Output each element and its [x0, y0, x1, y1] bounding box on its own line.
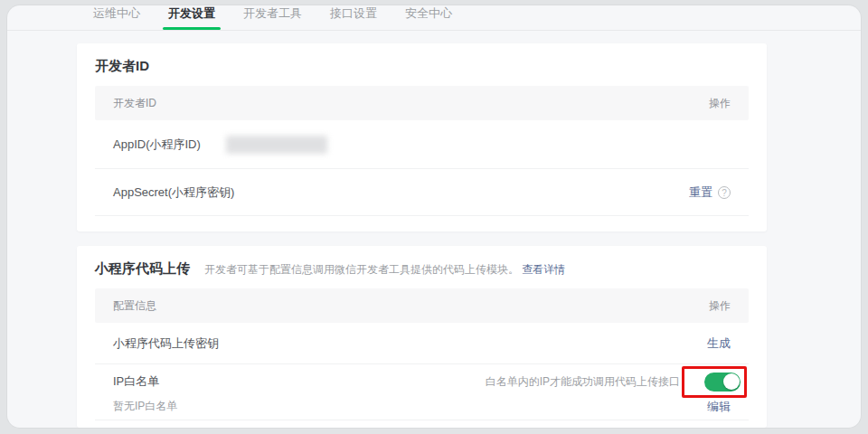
developer-id-title: 开发者ID: [95, 58, 149, 75]
header-config-info: 配置信息: [113, 298, 156, 314]
code-upload-description: 开发者可基于配置信息调用微信开发者工具提供的代码上传模块。 查看详情: [204, 262, 565, 278]
header-action: 操作: [709, 96, 731, 111]
upload-key-label: 小程序代码上传密钥: [113, 335, 219, 352]
annotation-highlight-box: [682, 366, 747, 398]
generate-link[interactable]: 生成: [707, 335, 731, 352]
view-details-link[interactable]: 查看详情: [522, 263, 565, 276]
code-upload-description-text: 开发者可基于配置信息调用微信开发者工具提供的代码上传模块。: [204, 263, 519, 276]
reset-link[interactable]: 重置: [689, 184, 712, 201]
tab-development-settings[interactable]: 开发设置: [161, 5, 222, 30]
appid-label: AppID(小程序ID): [113, 137, 201, 153]
edit-link[interactable]: 编辑: [707, 399, 731, 415]
help-icon[interactable]: ?: [718, 186, 731, 199]
code-upload-title: 小程序代码上传: [95, 260, 190, 278]
toggle-knob: [723, 373, 740, 390]
code-upload-card: 小程序代码上传 开发者可基于配置信息调用微信开发者工具提供的代码上传模块。 查看…: [77, 246, 767, 428]
top-nav: 运维中心 开发设置 开发者工具 接口设置 安全中心: [7, 5, 861, 31]
upload-key-row: 小程序代码上传密钥 生成: [95, 323, 749, 364]
tab-api-settings[interactable]: 接口设置: [323, 5, 384, 30]
appid-value-redacted: [226, 136, 327, 154]
appsecret-row: AppSecret(小程序密钥) 重置 ?: [95, 169, 749, 216]
tab-security-center[interactable]: 安全中心: [398, 5, 459, 30]
ip-whitelist-empty-row: 暂无IP白名单 编辑: [95, 399, 749, 420]
header-developer-id: 开发者ID: [113, 96, 156, 111]
settings-panel: 运维中心 开发设置 开发者工具 接口设置 安全中心 开发者ID 开发者ID 操作…: [7, 5, 861, 428]
tab-operations-center[interactable]: 运维中心: [86, 5, 147, 30]
developer-id-table-header: 开发者ID 操作: [95, 86, 749, 120]
ip-whitelist-row: IP白名单 白名单内的IP才能成功调用代码上传接口: [95, 364, 749, 399]
developer-id-card: 开发者ID 开发者ID 操作 AppID(小程序ID) AppSecret(小程…: [77, 43, 767, 231]
header-action-2: 操作: [709, 298, 731, 314]
ip-whitelist-label: IP白名单: [113, 373, 159, 390]
ip-whitelist-empty-text: 暂无IP白名单: [113, 399, 177, 414]
ip-whitelist-toggle[interactable]: [704, 373, 741, 392]
tab-developer-tools[interactable]: 开发者工具: [236, 5, 309, 30]
appid-row: AppID(小程序ID): [95, 120, 749, 169]
appsecret-label: AppSecret(小程序密钥): [113, 184, 234, 201]
ip-whitelist-hint: 白名单内的IP才能成功调用代码上传接口: [486, 374, 680, 390]
config-table-header: 配置信息 操作: [95, 288, 749, 323]
